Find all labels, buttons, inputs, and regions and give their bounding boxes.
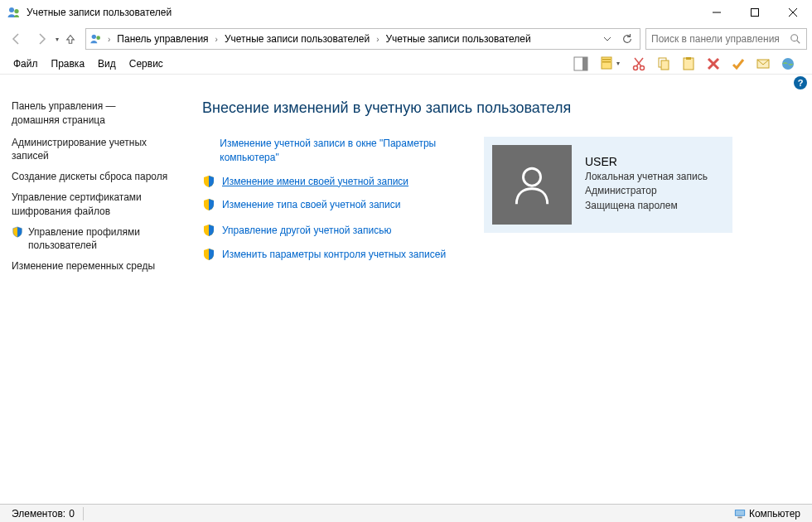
window-controls: [698, 0, 812, 25]
chevron-right-icon[interactable]: ›: [214, 35, 220, 44]
svg-point-6: [92, 35, 96, 39]
title-bar: Учетные записи пользователей: [0, 0, 812, 25]
user-name: USER: [585, 155, 708, 168]
action-manage-other[interactable]: Управление другой учетной записью: [202, 224, 451, 238]
mail-button[interactable]: [752, 54, 774, 74]
status-elements: Элементов: 0: [7, 508, 80, 520]
forward-button[interactable]: [30, 27, 53, 51]
chevron-right-icon[interactable]: ›: [106, 35, 112, 44]
close-button[interactable]: [774, 0, 812, 25]
action-change-type[interactable]: Изменение типа своей учетной записи: [202, 198, 451, 212]
svg-rect-13: [602, 59, 611, 60]
action-change-pc-settings[interactable]: Изменение учетной записи в окне "Парамет…: [202, 137, 451, 165]
sidebar-cert-files[interactable]: Управление сертификатами шифрования файл…: [12, 191, 171, 219]
breadcrumb-level2[interactable]: Учетные записи пользователей: [382, 31, 534, 46]
search-input[interactable]: [651, 33, 790, 45]
computer-icon: [734, 509, 746, 519]
toolbar: ▾: [570, 54, 805, 74]
nav-bar: ▾ › Панель управления › Учетные записи п…: [0, 25, 812, 53]
confirm-button[interactable]: [727, 54, 749, 74]
actions-list: Изменение учетной записи в окне "Парамет…: [202, 137, 451, 272]
user-protected: Защищена паролем: [585, 199, 708, 213]
svg-point-1: [14, 9, 18, 13]
svg-rect-21: [684, 58, 694, 70]
sidebar-env-vars[interactable]: Изменение переменных среды: [12, 259, 171, 273]
action-link-label: Изменить параметры контроля учетных запи…: [222, 248, 446, 262]
chevron-right-icon[interactable]: ›: [375, 35, 380, 44]
sidebar-item-label: Управление сертификатами шифрования файл…: [12, 191, 171, 219]
shield-icon: [202, 224, 215, 237]
minimize-button[interactable]: [698, 0, 736, 25]
status-elements-label: Элементов:: [12, 508, 65, 520]
svg-point-0: [9, 7, 14, 12]
globe-button[interactable]: [777, 54, 799, 74]
paste-button[interactable]: [678, 54, 699, 74]
status-bar: Элементов: 0 Компьютер: [0, 504, 812, 522]
cut-button[interactable]: [628, 54, 650, 74]
status-separator: [83, 507, 84, 520]
refresh-button[interactable]: [618, 30, 636, 48]
svg-rect-3: [752, 9, 759, 17]
user-role: Администратор: [585, 184, 708, 198]
action-change-name[interactable]: Изменение имени своей учетной записи: [202, 175, 451, 189]
search-icon[interactable]: [790, 33, 801, 45]
help-icon[interactable]: ?: [794, 76, 807, 89]
action-link-label: Управление другой учетной записью: [222, 224, 391, 238]
svg-rect-20: [661, 60, 669, 70]
shield-icon: [12, 226, 23, 238]
svg-line-9: [797, 41, 800, 44]
shield-icon: [202, 175, 215, 188]
svg-rect-29: [736, 510, 745, 515]
sidebar-password-disk[interactable]: Создание дискеты сброса пароля: [12, 170, 171, 184]
maximize-button[interactable]: [736, 0, 774, 25]
status-elements-count: 0: [69, 508, 75, 520]
sidebar: Панель управления — домашняя страница Ад…: [0, 91, 182, 504]
user-type: Локальная учетная запись: [585, 170, 708, 184]
address-bar[interactable]: › Панель управления › Учетные записи пол…: [85, 28, 640, 50]
window-title: Учетные записи пользователей: [27, 7, 698, 18]
sidebar-home-link[interactable]: Панель управления — домашняя страница: [12, 99, 171, 128]
shield-icon: [202, 248, 215, 261]
svg-rect-11: [582, 57, 587, 70]
user-card: USER Локальная учетная запись Администра…: [484, 137, 732, 233]
svg-rect-14: [602, 61, 611, 63]
sidebar-item-label: Изменение переменных среды: [12, 259, 155, 273]
sidebar-home-line1: Панель управления —: [12, 100, 116, 112]
panel-layout-button[interactable]: [570, 54, 592, 74]
sidebar-item-label: Создание дискеты сброса пароля: [12, 170, 167, 184]
svg-point-27: [524, 168, 541, 186]
delete-button[interactable]: [703, 54, 724, 74]
content-area: Панель управления — домашняя страница Ад…: [0, 91, 812, 504]
svg-point-7: [96, 36, 100, 40]
view-options-button[interactable]: ▾: [595, 54, 625, 74]
sidebar-user-profiles[interactable]: Управление профилями пользователей: [12, 225, 171, 254]
menu-view[interactable]: Вид: [91, 55, 123, 73]
up-button[interactable]: [60, 29, 80, 49]
menu-bar: Файл Правка Вид Сервис ▾: [0, 53, 812, 75]
status-computer-label: Компьютер: [749, 508, 800, 520]
sidebar-item-label: Администрирование учетных записей: [12, 136, 171, 164]
menu-service[interactable]: Сервис: [123, 55, 170, 73]
action-uac-params[interactable]: Изменить параметры контроля учетных запи…: [202, 248, 451, 262]
user-avatar: [492, 145, 572, 225]
history-dropdown-icon[interactable]: ▾: [56, 36, 59, 43]
breadcrumb-root[interactable]: Панель управления: [114, 31, 211, 46]
address-dropdown-button[interactable]: [598, 30, 616, 48]
menu-edit[interactable]: Правка: [45, 55, 92, 73]
user-info: USER Локальная учетная запись Администра…: [585, 145, 708, 213]
svg-point-8: [791, 35, 798, 41]
sidebar-home-line2: домашняя страница: [12, 114, 105, 126]
breadcrumb-level1[interactable]: Учетные записи пользователей: [221, 31, 373, 46]
users-icon: [7, 5, 22, 20]
search-box[interactable]: [645, 28, 807, 50]
action-link-label: Изменение имени своей учетной записи: [222, 175, 408, 189]
copy-button[interactable]: [653, 54, 674, 74]
sidebar-admin-records[interactable]: Администрирование учетных записей: [12, 136, 171, 164]
users-icon: [89, 32, 103, 46]
menu-file[interactable]: Файл: [7, 55, 45, 73]
back-button[interactable]: [5, 27, 28, 51]
sidebar-item-label: Управление профилями пользователей: [28, 225, 171, 254]
page-heading: Внесение изменений в учетную запись поль…: [202, 99, 792, 117]
svg-rect-22: [686, 57, 691, 60]
help-row: ?: [0, 75, 812, 91]
